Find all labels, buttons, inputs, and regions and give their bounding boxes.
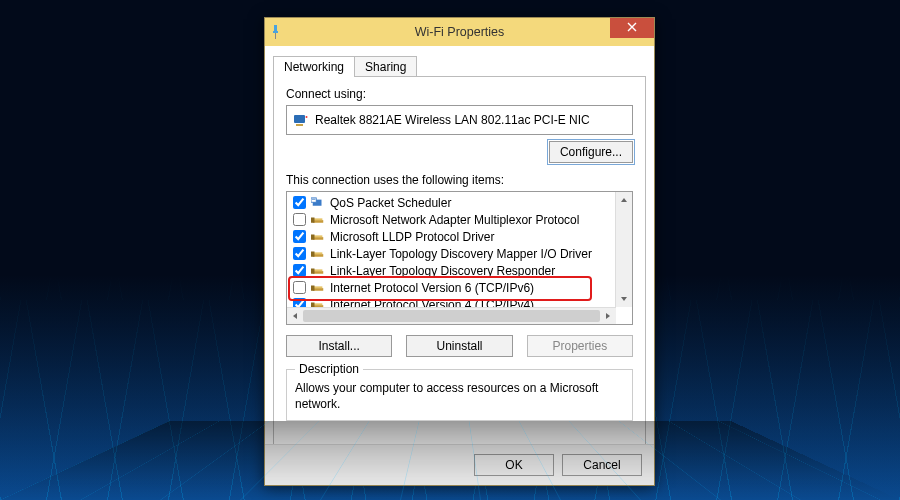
scheduler-icon xyxy=(311,197,325,209)
vertical-scrollbar[interactable] xyxy=(615,192,632,307)
uses-items-label: This connection uses the following items… xyxy=(286,173,633,187)
protocol-icon xyxy=(311,248,325,260)
ok-button[interactable]: OK xyxy=(474,454,554,476)
svg-rect-3 xyxy=(294,115,305,123)
item-label: Link-Layer Topology Discovery Responder xyxy=(330,264,555,278)
properties-button: Properties xyxy=(527,335,633,357)
item-label: QoS Packet Scheduler xyxy=(330,196,451,210)
svg-rect-25 xyxy=(314,303,323,305)
svg-rect-22 xyxy=(314,286,323,288)
svg-rect-11 xyxy=(311,218,315,223)
item-checkbox[interactable] xyxy=(293,230,306,243)
wifi-properties-window: Wi-Fi Properties Networking Sharing Conn… xyxy=(264,17,655,486)
svg-rect-13 xyxy=(314,235,323,237)
svg-rect-23 xyxy=(311,286,315,291)
svg-rect-14 xyxy=(311,235,315,240)
install-button[interactable]: Install... xyxy=(286,335,392,357)
desktop-background: Wi-Fi Properties Networking Sharing Conn… xyxy=(0,0,900,500)
connect-using-label: Connect using: xyxy=(286,87,633,101)
tab-networking[interactable]: Networking xyxy=(273,56,355,77)
list-item[interactable]: Microsoft Network Adapter Multiplexor Pr… xyxy=(289,211,617,228)
scroll-right-button[interactable] xyxy=(600,308,616,324)
svg-rect-16 xyxy=(314,252,323,254)
window-title: Wi-Fi Properties xyxy=(265,25,654,39)
description-group: Description Allows your computer to acce… xyxy=(286,369,633,421)
list-item[interactable]: Internet Protocol Version 6 (TCP/IPv6) xyxy=(289,279,617,296)
nic-icon xyxy=(293,112,309,128)
item-label: Microsoft LLDP Protocol Driver xyxy=(330,230,495,244)
tab-sharing[interactable]: Sharing xyxy=(354,56,417,76)
list-item[interactable]: Link-Layer Topology Discovery Responder xyxy=(289,262,617,279)
svg-rect-10 xyxy=(314,218,323,220)
scroll-down-button[interactable] xyxy=(616,291,632,307)
svg-rect-2 xyxy=(275,33,276,39)
dialog-footer: OK Cancel xyxy=(265,444,654,485)
svg-rect-19 xyxy=(314,269,323,271)
protocol-icon xyxy=(311,214,325,226)
item-checkbox[interactable] xyxy=(293,281,306,294)
configure-button[interactable]: Configure... xyxy=(549,141,633,163)
svg-rect-20 xyxy=(311,269,315,274)
scroll-up-button[interactable] xyxy=(616,192,632,208)
item-checkbox[interactable] xyxy=(293,264,306,277)
svg-rect-0 xyxy=(274,25,277,31)
item-checkbox[interactable] xyxy=(293,213,306,226)
adapter-name: Realtek 8821AE Wireless LAN 802.11ac PCI… xyxy=(315,113,590,127)
items-listbox-wrap: QoS Packet SchedulerMicrosoft Network Ad… xyxy=(286,191,633,325)
close-icon xyxy=(627,21,637,35)
app-icon xyxy=(271,24,287,40)
close-button[interactable] xyxy=(610,18,654,38)
list-item[interactable]: Microsoft LLDP Protocol Driver xyxy=(289,228,617,245)
svg-point-5 xyxy=(306,116,308,118)
item-label: Link-Layer Topology Discovery Mapper I/O… xyxy=(330,247,592,261)
item-checkbox[interactable] xyxy=(293,247,306,260)
item-label: Microsoft Network Adapter Multiplexor Pr… xyxy=(330,213,579,227)
titlebar[interactable]: Wi-Fi Properties xyxy=(265,18,654,46)
item-checkbox[interactable] xyxy=(293,196,306,209)
svg-rect-8 xyxy=(312,199,316,200)
tab-strip: Networking Sharing xyxy=(273,54,646,77)
svg-rect-4 xyxy=(296,124,303,126)
items-listbox[interactable]: QoS Packet SchedulerMicrosoft Network Ad… xyxy=(286,191,633,325)
list-item[interactable]: Link-Layer Topology Discovery Mapper I/O… xyxy=(289,245,617,262)
cancel-button[interactable]: Cancel xyxy=(562,454,642,476)
svg-rect-7 xyxy=(311,198,316,202)
protocol-icon xyxy=(311,265,325,277)
horizontal-scrollbar[interactable] xyxy=(287,307,616,324)
svg-rect-17 xyxy=(311,252,315,257)
adapter-field[interactable]: Realtek 8821AE Wireless LAN 802.11ac PCI… xyxy=(286,105,633,135)
list-item[interactable]: QoS Packet Scheduler xyxy=(289,194,617,211)
networking-panel: Connect using: Realtek 8821AE Wireless L… xyxy=(273,77,646,468)
scroll-left-button[interactable] xyxy=(287,308,303,324)
description-text: Allows your computer to access resources… xyxy=(295,380,624,412)
horizontal-scroll-thumb[interactable] xyxy=(303,310,600,322)
item-label: Internet Protocol Version 6 (TCP/IPv6) xyxy=(330,281,534,295)
protocol-icon xyxy=(311,282,325,294)
svg-rect-1 xyxy=(273,31,278,33)
uninstall-button[interactable]: Uninstall xyxy=(406,335,512,357)
description-legend: Description xyxy=(295,362,363,376)
protocol-icon xyxy=(311,231,325,243)
